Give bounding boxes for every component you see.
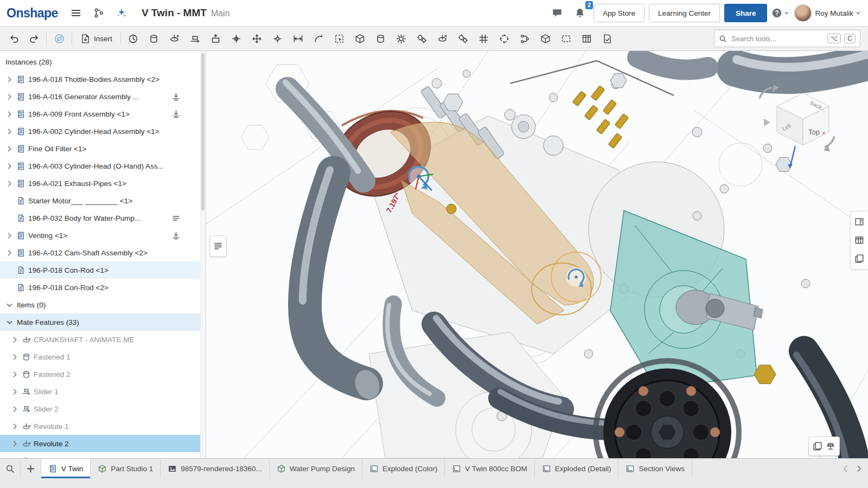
add-tab-button[interactable] [21,459,41,478]
instance-row[interactable]: Starter Motor___ ________ <1> [0,192,206,209]
tab-scroll-left-icon[interactable] [841,464,850,473]
mate-row[interactable]: Revolute 1 [0,418,206,435]
instance-row[interactable]: 196-A-009 Front Assembly <1> [0,105,206,123]
update-button[interactable] [49,29,69,48]
undo-button[interactable] [4,29,24,48]
mate-row[interactable]: Revolute 2 [0,435,206,452]
search-tabs-button[interactable] [0,459,21,478]
search-tools[interactable]: ⌥ C [714,30,860,47]
bom-panel-button[interactable] [854,217,864,227]
chevron-right-icon[interactable] [11,405,19,413]
notifications-button[interactable]: 2 [571,4,589,22]
toolbar-button[interactable] [124,29,143,48]
insert-button[interactable]: Insert [75,29,118,48]
toolbar-button[interactable] [412,29,432,48]
toolbar-button[interactable] [433,29,452,48]
document-tab[interactable]: Section Views [618,459,692,478]
toolbar-button[interactable] [144,29,164,48]
toolbar-button[interactable] [557,29,576,48]
mate-row[interactable]: CRANKSHAFT - ANIMATE ME [0,331,206,348]
3d-viewport[interactable]: 7.197° Top [206,51,868,458]
document-tab[interactable]: 98579-rendered-18360... [161,459,269,478]
chevron-right-icon[interactable] [5,179,14,188]
chevron-right-icon[interactable] [11,457,19,459]
chevron-right-icon[interactable] [11,440,19,448]
instance-row[interactable]: 196-A-003 Cylinder-Head (O-Hand) Ass... [0,157,206,175]
toolbar-button[interactable] [330,29,349,48]
instance-row[interactable]: Fine Oil Filter <1> [0,140,206,157]
toolbar-button[interactable] [165,29,184,48]
toolbar-button[interactable] [350,29,370,48]
chevron-right-icon[interactable] [5,75,14,84]
tab-scroll-right-icon[interactable] [854,464,864,473]
search-tools-input[interactable] [730,34,824,43]
chevron-right-icon[interactable] [5,145,14,153]
document-tab[interactable]: Exploded (Detail) [535,459,619,478]
chevron-down-icon[interactable] [5,301,14,309]
chevron-right-icon[interactable] [11,370,19,378]
toolbar-button[interactable] [515,29,535,48]
toolbar-button[interactable] [309,29,329,48]
instance-row[interactable]: 196-A-016 Generator Assembly ... [0,88,206,105]
chevron-right-icon[interactable] [5,162,14,170]
toolbar-button[interactable] [598,29,617,48]
chevron-right-icon[interactable] [5,127,14,136]
configurations-panel-button[interactable] [854,235,864,245]
document-tab[interactable]: V Twin [41,459,91,478]
toolbar-button[interactable] [268,29,288,48]
instance-row[interactable]: 196-A-002 Cylinder-Head Assembly <1> [0,123,206,140]
user-menu-button[interactable]: Roy Mutalik [794,4,861,22]
chevron-right-icon[interactable] [5,232,14,240]
instance-row[interactable]: 196-A-018 Thottle-Bodies Assembly <2> [0,70,206,88]
toolbar-button[interactable] [371,29,391,48]
instances-header[interactable]: Instances (28) [0,53,206,70]
chevron-down-icon[interactable] [5,318,14,326]
instance-row[interactable]: Venting <1> [0,227,206,244]
toolbar-button[interactable] [392,29,411,48]
document-tab[interactable]: Part Studio 1 [91,459,161,478]
chevron-right-icon[interactable] [5,110,14,118]
toolbar-button[interactable] [247,29,267,48]
view-cube-top-label[interactable]: Top [808,128,820,136]
document-tab[interactable]: Exploded (Color) [362,459,445,478]
toolbar-button[interactable] [474,29,494,48]
share-button[interactable]: Share [724,4,768,22]
chevron-right-icon[interactable] [5,93,14,101]
mate-row[interactable]: Fastened 2 [0,365,206,383]
chevron-right-icon[interactable] [11,336,19,344]
mate-row[interactable]: Slider 1 [0,383,206,400]
version-tree-button[interactable] [90,4,108,22]
items-header[interactable]: Items (0) [0,296,206,313]
toolbar-button[interactable] [186,29,205,48]
toolbar-button[interactable] [454,29,473,48]
toolbar-button[interactable] [206,29,226,48]
instance-row[interactable]: 196-P-018 Con-Rod <2> [0,279,206,296]
toolbar-button[interactable] [536,29,556,48]
mate-row[interactable]: Slider 2 [0,400,206,418]
chevron-right-icon[interactable] [11,388,19,396]
mate-features-header[interactable]: Mate Features (33) [0,313,206,331]
toolbar-button[interactable] [495,29,514,48]
app-store-button[interactable]: App Store [593,4,644,22]
redo-button[interactable] [24,29,43,48]
feedback-button[interactable] [548,4,566,22]
versions-panel-button[interactable] [854,254,864,264]
instance-row[interactable]: 196-P-018 Con-Rod <1> [0,261,206,279]
learning-center-button[interactable]: Learning Center [649,4,720,22]
toolbar-button[interactable] [289,29,308,48]
chevron-right-icon[interactable] [11,422,19,431]
toolbar-button[interactable] [227,29,246,48]
instance-row[interactable]: 196-P-032 Body for Water-Pump... [0,209,206,227]
scrollbar-thumb[interactable] [201,53,205,210]
feature-list-flyout-button[interactable] [209,235,227,257]
document-tab[interactable]: Water Pump Design [270,459,362,478]
sidebar-scrollbar[interactable] [200,51,206,458]
toolbar-button[interactable] [577,29,597,48]
document-tab[interactable]: V Twin 800cc BOM [445,459,535,478]
graphics-area[interactable]: 7.197° Top [206,51,868,458]
instance-row[interactable]: 196-A-021 Exhaust-Pipes <1> [0,175,206,192]
ai-assistant-button[interactable] [112,4,131,22]
main-menu-button[interactable] [67,4,85,22]
mate-row[interactable]: Fastened 3 [0,452,206,458]
mass-properties-button[interactable] [826,441,835,451]
